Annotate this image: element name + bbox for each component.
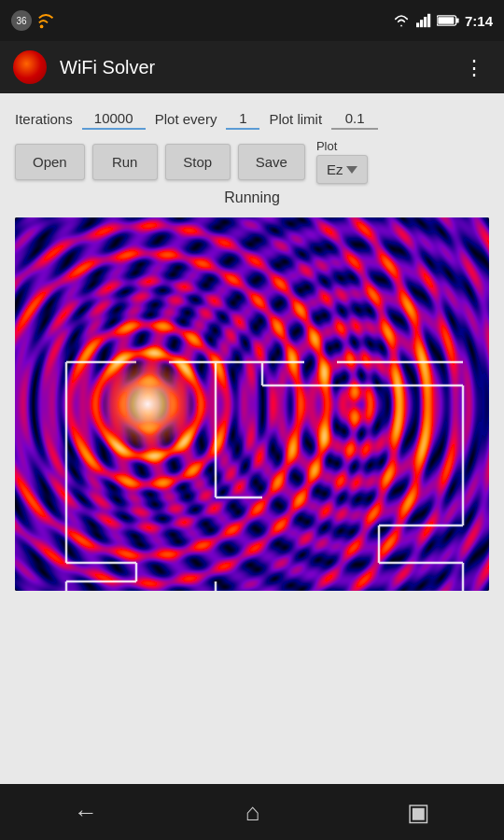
svg-rect-1 [416, 22, 419, 27]
plot-every-label: Plot every [155, 111, 217, 127]
svg-rect-4 [427, 14, 430, 27]
rss-icon [37, 10, 58, 31]
save-button[interactable]: Save [238, 144, 305, 180]
svg-rect-2 [420, 20, 423, 27]
plot-dropdown[interactable]: Ez [316, 155, 369, 184]
plot-limit-input[interactable] [331, 108, 378, 130]
app-icon [13, 50, 47, 84]
svg-point-0 [40, 25, 44, 29]
signal-icon [416, 13, 431, 28]
plot-dropdown-value: Ez [327, 161, 343, 177]
back-button[interactable]: ← [55, 791, 117, 834]
app-bar: WiFi Solver ⋮ [0, 41, 504, 93]
controls-row1: Iterations Plot every Plot limit [15, 108, 489, 130]
app-title: WiFi Solver [60, 57, 458, 78]
recents-button[interactable]: ▣ [388, 791, 449, 834]
svg-rect-6 [456, 18, 459, 22]
battery-icon [437, 14, 459, 27]
plot-group: Plot Ez [316, 139, 369, 184]
bottom-nav: ← ⌂ ▣ [0, 784, 504, 840]
plot-limit-label: Plot limit [269, 111, 322, 127]
content-area: Iterations Plot every Plot limit Open Ru… [0, 93, 504, 591]
overflow-menu-button[interactable]: ⋮ [458, 57, 491, 78]
controls-row2: Open Run Stop Save Plot Ez [15, 139, 489, 184]
svg-rect-7 [438, 17, 454, 24]
stop-button[interactable]: Stop [165, 144, 231, 180]
run-button[interactable]: Run [92, 144, 158, 180]
plot-every-input[interactable] [226, 108, 259, 130]
wifi-icon [392, 13, 411, 28]
status-right: 7:14 [392, 13, 493, 29]
visualization-container [15, 217, 489, 591]
iterations-input[interactable] [82, 108, 146, 130]
plot-label: Plot [316, 139, 337, 153]
home-button[interactable]: ⌂ [227, 791, 279, 834]
running-status: Running [15, 189, 489, 206]
status-left: 36 [11, 10, 58, 31]
time-display: 7:14 [465, 13, 493, 29]
dropdown-arrow-icon [346, 166, 357, 174]
wifi-visualization [15, 217, 489, 591]
badge-36: 36 [11, 10, 32, 31]
status-bar: 36 7:14 [0, 0, 504, 41]
iterations-label: Iterations [15, 111, 73, 127]
svg-rect-3 [424, 17, 427, 27]
open-button[interactable]: Open [15, 144, 85, 180]
